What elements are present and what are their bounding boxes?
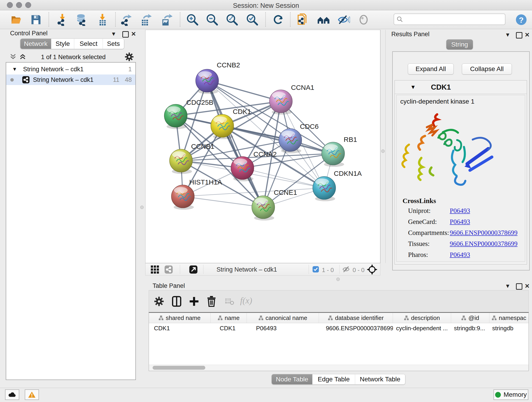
- network-edge[interactable]: [207, 81, 263, 207]
- tab-network-table[interactable]: Network Table: [355, 374, 405, 384]
- export-table-button[interactable]: [139, 13, 152, 26]
- hide-unhide-button[interactable]: [337, 13, 350, 26]
- column-header-shared-name[interactable]: shared name: [149, 313, 210, 323]
- table-row[interactable]: CDK1 CDK1 P06493 9606.ENSP00000378699 cy…: [149, 323, 529, 333]
- import-table-button[interactable]: [96, 13, 109, 26]
- search-field[interactable]: [394, 13, 505, 25]
- control-panel-close-button[interactable]: ✕: [131, 31, 136, 38]
- show-columns-button[interactable]: [171, 296, 182, 307]
- collapse-all-button[interactable]: Collapse All: [462, 64, 512, 75]
- hidden-filter-button[interactable]: [342, 266, 351, 273]
- warning-icon: [28, 391, 36, 398]
- network-edge[interactable]: [183, 196, 263, 207]
- network-canvas[interactable]: CCNB2CCNA1CDC25BCDK1CDC6RB1CCNB1CCNA2CDK…: [145, 30, 380, 263]
- memory-status-button[interactable]: Memory: [494, 389, 528, 400]
- table-panel-close-button[interactable]: ✕: [525, 283, 530, 290]
- toolbar-separator: [49, 12, 49, 27]
- node-gloss: [272, 92, 286, 98]
- crosslink-genecard[interactable]: P06493: [450, 218, 525, 225]
- zoom-selected-button[interactable]: [246, 13, 259, 26]
- zoom-selected-icon: [246, 13, 259, 26]
- expand-all-button[interactable]: Expand All: [408, 64, 454, 75]
- network-graph[interactable]: CCNB2CCNA1CDC25BCDK1CDC6RB1CCNB1CCNA2CDK…: [146, 30, 380, 263]
- import-network-button[interactable]: [56, 13, 69, 26]
- table-horizontal-scrollbar[interactable]: [149, 365, 529, 371]
- tab-network[interactable]: Network: [20, 39, 51, 49]
- apply-layout-button[interactable]: [272, 13, 285, 26]
- node-label: CCNB1: [191, 143, 215, 150]
- crosslink-uniprot[interactable]: P06493: [450, 207, 525, 215]
- crosslink-label: GeneCard:: [408, 218, 450, 225]
- network-row-selected[interactable]: String Network – cdk1 11 48: [6, 75, 135, 85]
- scrollbar-thumb[interactable]: [152, 366, 205, 370]
- column-header-description[interactable]: description: [393, 313, 451, 323]
- save-session-button[interactable]: [29, 13, 43, 26]
- tab-node-table[interactable]: Node Table: [272, 374, 312, 384]
- tab-string[interactable]: String: [446, 39, 473, 50]
- help-button[interactable]: ?: [515, 13, 528, 26]
- column-header-id[interactable]: @id: [451, 313, 489, 323]
- crosslink-tissues[interactable]: 9606.ENSP00000378699: [450, 240, 525, 248]
- card-expand-arrow-icon[interactable]: ▼: [410, 84, 416, 90]
- network-options-button[interactable]: [125, 52, 134, 61]
- results-panel-close-button[interactable]: ✕: [525, 32, 530, 38]
- string-import-button[interactable]: [296, 13, 309, 26]
- warnings-button[interactable]: [25, 389, 39, 400]
- tab-style[interactable]: Style: [51, 39, 74, 49]
- home-networks-button[interactable]: [317, 13, 330, 26]
- zoom-fit-button[interactable]: [225, 13, 239, 26]
- double-chevron-down-icon: [9, 53, 17, 61]
- birdseye-view-button[interactable]: [151, 265, 159, 274]
- export-network-button[interactable]: [120, 13, 133, 26]
- column-header-canonical-name[interactable]: canonical name: [247, 313, 319, 323]
- collapse-all-networks-button[interactable]: [9, 53, 17, 61]
- results-panel-float-button[interactable]: [516, 32, 522, 38]
- hierarchy-icon: [404, 315, 409, 320]
- results-panel-menu-arrow-icon[interactable]: ▼: [505, 32, 510, 38]
- tab-edge-table[interactable]: Edge Table: [312, 374, 355, 384]
- zoom-in-button[interactable]: [186, 13, 199, 26]
- column-header-database-identifier[interactable]: database identifier: [319, 313, 393, 323]
- result-card-header[interactable]: ▼ CDK1: [395, 80, 527, 94]
- open-session-button[interactable]: [10, 13, 23, 26]
- bottom-splitter-handle[interactable]: [336, 278, 340, 281]
- open-in-new-window-button[interactable]: [189, 265, 198, 274]
- search-input[interactable]: [403, 16, 500, 23]
- show-eye-button[interactable]: [357, 13, 370, 26]
- expand-all-networks-button[interactable]: [19, 53, 27, 61]
- crosslink-compartments[interactable]: 9606.ENSP00000378699: [450, 229, 525, 236]
- create-column-button[interactable]: [189, 296, 199, 307]
- selected-filter-checkbox[interactable]: [312, 266, 319, 273]
- eye-icon: [358, 14, 370, 25]
- cloud-icon: [8, 392, 16, 398]
- right-splitter-handle[interactable]: [381, 149, 385, 153]
- left-splitter-handle[interactable]: [140, 206, 144, 209]
- zoom-out-icon: [206, 13, 218, 26]
- control-panel-float-button[interactable]: [122, 31, 129, 38]
- column-header-name[interactable]: name: [210, 313, 247, 323]
- network-collection-row[interactable]: ▼ String Network – cdk1 1: [6, 64, 135, 75]
- import-database-icon: [75, 13, 88, 26]
- tab-sets[interactable]: Sets: [103, 39, 124, 49]
- network-type-button[interactable]: [164, 265, 173, 274]
- zoom-out-button[interactable]: [206, 13, 219, 26]
- table-panel-float-button[interactable]: [516, 283, 522, 290]
- delete-column-button[interactable]: [206, 296, 217, 307]
- gear-icon: [125, 52, 134, 61]
- right-splitter[interactable]: [380, 30, 386, 263]
- import-network-from-database-button[interactable]: [75, 13, 88, 26]
- tab-select[interactable]: Select: [74, 39, 103, 49]
- crosslink-pharos[interactable]: P06493: [450, 251, 525, 259]
- table-panel-menu-arrow-icon[interactable]: ▼: [505, 283, 510, 289]
- table-options-button[interactable]: [154, 296, 164, 306]
- toolbar-separator: [180, 265, 180, 274]
- control-panel-menu-arrow-icon[interactable]: ▼: [111, 31, 116, 37]
- control-panel-tabs: Network Style Select Sets: [20, 38, 124, 49]
- export-image-button[interactable]: [159, 13, 173, 26]
- column-header-namespace[interactable]: namespac: [489, 313, 529, 323]
- fit-selected-button[interactable]: [367, 264, 377, 275]
- collection-expand-arrow-icon[interactable]: ▼: [12, 66, 17, 72]
- gear-icon: [154, 296, 164, 306]
- cloud-status-button[interactable]: [5, 389, 19, 400]
- hierarchy-icon: [492, 315, 497, 320]
